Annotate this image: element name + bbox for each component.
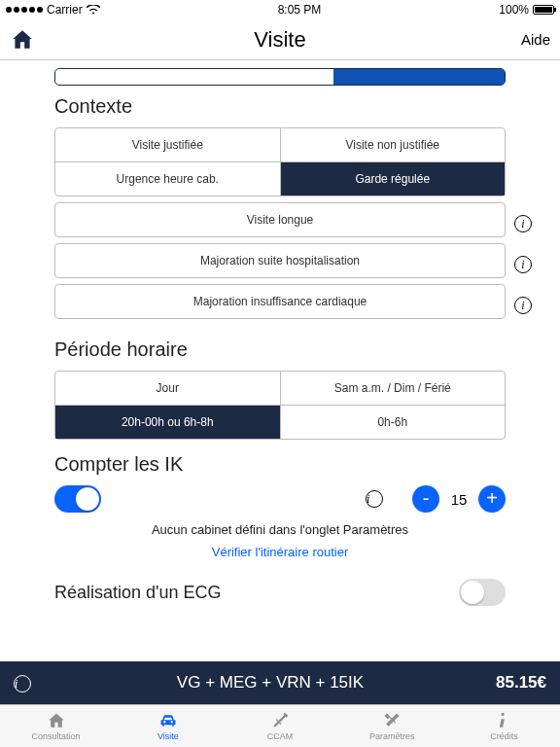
ik-plus-button[interactable]: + <box>478 485 506 513</box>
tab-bar: Consultation Visite CCAM Paramètres Créd… <box>0 704 560 747</box>
opt-majoration-hosp[interactable]: Majoration suite hospitalisation <box>55 244 505 277</box>
page-title: Visite <box>0 27 560 53</box>
summary-bar: i VG + MEG + VRN + 15IK 85.15€ <box>0 661 560 704</box>
info-icon[interactable]: i <box>366 490 383 508</box>
battery-icon <box>533 5 554 15</box>
tab-parametres[interactable]: Paramètres <box>336 705 448 747</box>
no-cabinet-message: Aucun cabinet défini dans l'onglet Param… <box>19 522 541 537</box>
help-button[interactable]: Aide <box>521 31 550 48</box>
info-icon[interactable]: i <box>514 215 532 232</box>
summary-price: 85.15€ <box>496 673 546 693</box>
status-bar: Carrier 8:05 PM 100% <box>0 0 560 19</box>
opt-weekend[interactable]: Sam a.m. / Dim / Férié <box>280 372 506 405</box>
ik-row: i - 15 + <box>54 485 506 513</box>
ik-value: 15 <box>439 491 478 508</box>
navbar: Visite Aide <box>0 19 560 60</box>
home-icon <box>46 711 67 730</box>
syringe-icon <box>269 711 291 730</box>
opt-0h-6h[interactable]: 0h-6h <box>280 406 506 439</box>
verify-route-link[interactable]: Vérifier l'itinéraire routier <box>19 545 541 559</box>
signal-icon <box>6 7 43 13</box>
ik-minus-button[interactable]: - <box>412 485 439 513</box>
opt-visite-non-justifiee[interactable]: Visite non justifiée <box>280 128 506 161</box>
clock-label: 8:05 PM <box>278 3 322 17</box>
section-period-header: Période horaire <box>54 338 506 361</box>
opt-visite-longue[interactable]: Visite longue <box>55 203 505 236</box>
tab-label: Visite <box>158 731 179 741</box>
info-icon[interactable]: i <box>514 256 532 273</box>
opt-visite-justifiee[interactable]: Visite justifiée <box>55 128 280 161</box>
opt-majoration-cardiac[interactable]: Majoration insuffisance cardiaque <box>55 285 505 318</box>
battery-label: 100% <box>499 3 529 17</box>
info-icon[interactable]: i <box>514 297 532 314</box>
ecg-row: Réalisation d'un ECG <box>54 579 506 606</box>
tools-icon <box>381 711 402 730</box>
ecg-toggle[interactable] <box>459 579 506 606</box>
context-segment-1: Visite justifiée Visite non justifiée Ur… <box>54 127 506 196</box>
tab-consultation[interactable]: Consultation <box>0 705 112 747</box>
period-segment: Jour Sam a.m. / Dim / Férié 20h-00h ou 6… <box>54 371 506 440</box>
ecg-label: Réalisation d'un ECG <box>54 583 222 603</box>
opt-jour[interactable]: Jour <box>55 372 280 405</box>
tab-label: Consultation <box>32 731 81 741</box>
info-icon[interactable]: i <box>14 675 31 693</box>
opt-garde-regulee[interactable]: Garde régulée <box>280 162 506 196</box>
top-segment-stub[interactable] <box>54 68 506 86</box>
opt-urgence-cab[interactable]: Urgence heure cab. <box>55 162 280 196</box>
info-italic-icon <box>493 711 514 730</box>
tab-label: Paramètres <box>369 731 415 741</box>
carrier-label: Carrier <box>47 3 83 17</box>
context-cardiac: Majoration insuffisance cardiaque <box>54 284 506 319</box>
section-ik-header: Compter les IK <box>54 453 506 476</box>
content: Contexte Visite justifiée Visite non jus… <box>0 60 560 661</box>
context-hosp: Majoration suite hospitalisation <box>54 243 506 278</box>
summary-formula: VG + MEG + VRN + 15IK <box>45 673 496 693</box>
tab-visite[interactable]: Visite <box>112 705 224 747</box>
opt-20h-8h[interactable]: 20h-00h ou 6h-8h <box>55 406 280 439</box>
home-icon[interactable] <box>10 27 35 53</box>
tab-ccam[interactable]: CCAM <box>224 705 335 747</box>
tab-label: CCAM <box>267 731 294 741</box>
wifi-icon <box>87 5 100 15</box>
section-context-header: Contexte <box>54 95 506 118</box>
ik-toggle[interactable] <box>54 485 101 513</box>
tab-credits[interactable]: Crédits <box>448 705 560 747</box>
context-visite-longue: Visite longue <box>54 202 506 237</box>
tab-label: Crédits <box>490 731 518 741</box>
car-icon <box>158 711 179 730</box>
